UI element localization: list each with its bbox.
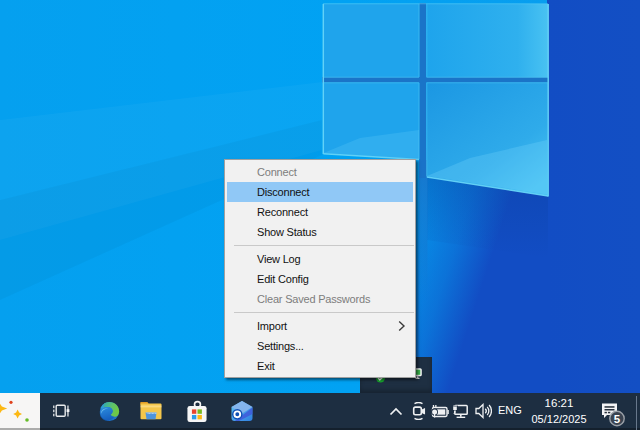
svg-text:5: 5 [614,413,621,425]
